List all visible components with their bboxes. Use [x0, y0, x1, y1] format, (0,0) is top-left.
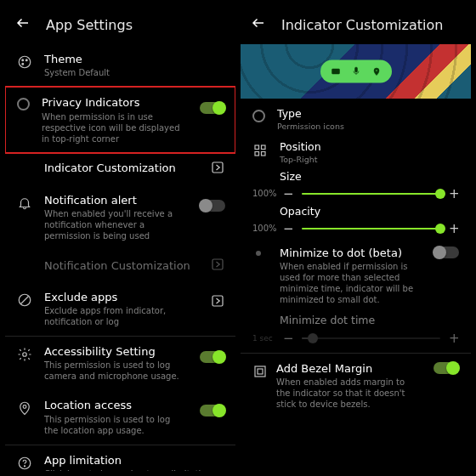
minus-icon[interactable]: −: [283, 221, 293, 236]
exclude-apps-row[interactable]: Exclude apps Exclude apps from indicator…: [5, 282, 235, 337]
grid-icon: [252, 143, 268, 158]
privacy-indicators-row[interactable]: Privacy Indicators When permission is in…: [5, 87, 235, 152]
mic-icon: [351, 64, 361, 80]
bezel-margin-row[interactable]: Add Bezel Margin When enabled adds margi…: [241, 353, 471, 415]
plus-icon: +: [449, 331, 459, 346]
indicator-preview: [241, 44, 471, 99]
plus-icon[interactable]: +: [449, 186, 459, 201]
plus-icon[interactable]: +: [449, 221, 459, 236]
pin-icon: [371, 64, 382, 80]
bezel-toggle[interactable]: [434, 362, 459, 374]
min-time-title: Minimize dot time: [280, 314, 459, 327]
bezel-sub: When enabled adds margin to the indicato…: [276, 377, 420, 410]
min-time-track: [302, 337, 440, 339]
svg-point-15: [376, 70, 377, 71]
opacity-title: Opacity: [280, 205, 459, 218]
accessibility-row[interactable]: Accessibility Setting This permission is…: [5, 337, 235, 390]
location-icon: [17, 400, 32, 416]
location-title: Location access: [44, 399, 183, 412]
limit-title: App limitation: [44, 454, 220, 468]
page-title: App Settings: [46, 17, 133, 33]
position-title: Position: [280, 140, 454, 154]
page-title: Indicator Customization: [281, 17, 443, 33]
theme-sub: System Default: [44, 67, 220, 78]
back-icon[interactable]: [15, 15, 31, 34]
back-icon[interactable]: [251, 15, 266, 34]
position-sub: Top-Right: [280, 155, 454, 165]
indicator-customization-pane: Indicator Customization Type Permission …: [241, 5, 471, 471]
theme-row[interactable]: Theme System Default: [5, 44, 235, 87]
access-title: Accessibility Setting: [44, 345, 183, 359]
palette-icon: [17, 54, 32, 70]
minus-icon: −: [283, 331, 293, 346]
svg-rect-19: [262, 151, 266, 156]
open-icon: [210, 293, 225, 312]
svg-rect-4: [212, 162, 223, 173]
access-sub: This permission is used to log camera an…: [44, 360, 183, 382]
type-row[interactable]: Type Permission icons: [241, 102, 471, 135]
min-title: Minimize to dot (beta): [280, 246, 420, 260]
svg-point-0: [19, 56, 31, 68]
notif-title: Notification alert: [44, 194, 183, 207]
help-icon: [17, 456, 32, 471]
svg-point-1: [22, 60, 24, 61]
location-row[interactable]: Location access This permission is used …: [5, 390, 235, 445]
indicator-cust-title: Indicator Customization: [44, 162, 176, 175]
size-slider: Size 100% − +: [241, 168, 471, 203]
minus-icon[interactable]: −: [283, 186, 293, 201]
bell-icon: [17, 196, 32, 211]
header: Indicator Customization: [241, 5, 471, 44]
notification-alert-row[interactable]: Notification alert When enabled you'll r…: [5, 185, 235, 250]
svg-point-11: [24, 465, 25, 466]
svg-rect-21: [258, 369, 263, 374]
opacity-percent: 100%: [252, 224, 276, 233]
notif-toggle[interactable]: [200, 200, 225, 212]
theme-title: Theme: [44, 53, 220, 66]
svg-rect-18: [255, 151, 259, 156]
app-settings-pane: App Settings Theme System Default Privac…: [5, 5, 235, 471]
bezel-title: Add Bezel Margin: [276, 362, 420, 376]
indicator-customization-row[interactable]: Indicator Customization: [5, 153, 235, 185]
ban-icon: [17, 292, 32, 308]
svg-rect-16: [255, 145, 259, 150]
access-toggle[interactable]: [200, 351, 225, 363]
svg-point-3: [22, 63, 24, 65]
camera-icon: [331, 64, 341, 80]
minimize-toggle[interactable]: [434, 246, 459, 258]
notif-sub: When enabled you'll receive a notificati…: [44, 208, 183, 241]
minimize-dot-row[interactable]: Minimize to dot (beta) When enabled if p…: [241, 241, 471, 310]
ring-icon: [17, 98, 30, 110]
svg-point-9: [23, 405, 26, 409]
svg-rect-5: [212, 259, 223, 269]
location-sub: This permission is used to log the locat…: [44, 414, 183, 436]
open-icon: [210, 257, 225, 275]
size-percent: 100%: [252, 189, 276, 198]
exclude-title: Exclude apps: [44, 291, 193, 304]
privacy-toggle[interactable]: [200, 102, 225, 114]
exclude-sub: Exclude apps from indicator, notificatio…: [44, 305, 193, 327]
size-track[interactable]: [302, 193, 440, 195]
notification-customization-row: Notification Customization: [5, 250, 235, 282]
header: App Settings: [5, 5, 235, 44]
type-title: Type: [277, 107, 454, 121]
settings-icon: [17, 347, 32, 362]
size-title: Size: [280, 170, 459, 183]
svg-rect-17: [262, 145, 266, 150]
min-time-slider: Minimize dot time 1 sec − +: [241, 312, 471, 348]
dot-icon: [256, 251, 261, 256]
privacy-sub: When permission is in use respective ico…: [42, 111, 183, 144]
type-sub: Permission icons: [277, 122, 454, 132]
min-sub: When enabled if permission is used for m…: [280, 261, 420, 305]
svg-rect-7: [212, 296, 223, 306]
svg-point-8: [23, 353, 27, 357]
location-toggle[interactable]: [200, 405, 225, 416]
indicator-pill: [320, 60, 392, 83]
open-icon: [210, 160, 225, 178]
svg-rect-20: [255, 366, 265, 377]
position-row[interactable]: Position Top-Right: [241, 135, 471, 168]
ring-icon: [252, 110, 265, 122]
opacity-track[interactable]: [302, 228, 440, 230]
svg-rect-14: [354, 67, 357, 72]
app-limitation-row[interactable]: App limitation Click here to know about …: [5, 445, 235, 472]
min-time-label: 1 sec: [252, 334, 276, 343]
